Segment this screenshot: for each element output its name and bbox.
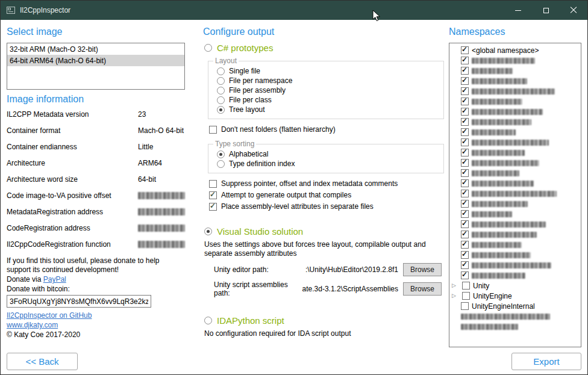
namespace-item[interactable]: [451, 240, 580, 250]
namespace-item[interactable]: [451, 137, 580, 147]
browse-editor-button[interactable]: Browse: [403, 263, 442, 276]
github-link[interactable]: Il2CppInspector on GitHub: [7, 311, 92, 320]
paypal-link[interactable]: PayPal: [43, 275, 66, 284]
namespace-checkbox[interactable]: [461, 231, 469, 238]
website-link[interactable]: www.djkaty.com: [7, 321, 58, 329]
namespace-checkbox[interactable]: [461, 179, 469, 187]
namespace-checkbox[interactable]: [461, 302, 469, 310]
namespace-item[interactable]: UnityEngineInternal: [451, 301, 580, 311]
radio-option[interactable]: File per namespace: [217, 76, 439, 85]
namespace-checkbox[interactable]: [461, 159, 469, 167]
namespace-item[interactable]: [451, 86, 580, 96]
namespace-item[interactable]: [451, 117, 580, 127]
redacted-namespace: [472, 262, 551, 268]
redacted-value: [138, 225, 185, 232]
namespace-item[interactable]: [451, 168, 580, 178]
namespace-list[interactable]: <global namespace>▷Unity▷UnityEngineUnit…: [449, 43, 581, 347]
namespace-checkbox[interactable]: [461, 46, 469, 54]
redacted-namespace: [472, 181, 534, 187]
namespace-item[interactable]: [451, 219, 580, 229]
info-label: Il2CppCodeRegistration function: [7, 240, 138, 249]
attributes-checkbox-row[interactable]: Place assembly-level attributes in separ…: [209, 202, 445, 211]
namespace-item[interactable]: ▷UnityEngine: [451, 291, 580, 301]
namespace-item[interactable]: [451, 311, 580, 321]
expander-icon[interactable]: ▷: [452, 293, 459, 299]
image-listbox[interactable]: 32-bit ARM (Mach-O 32-bit)64-bit ARM64 (…: [7, 43, 185, 90]
bitcoin-address-input[interactable]: [7, 295, 151, 308]
namespace-item[interactable]: ▷Unity: [451, 280, 580, 291]
info-label: IL2CPP Metadata version: [7, 110, 138, 119]
namespace-item[interactable]: [451, 158, 580, 168]
namespace-checkbox[interactable]: [461, 190, 469, 197]
namespace-checkbox[interactable]: [462, 282, 470, 290]
namespace-checkbox[interactable]: [461, 200, 469, 208]
radio-option[interactable]: Tree layout: [217, 105, 439, 114]
minimize-button[interactable]: [504, 1, 532, 20]
radio-option[interactable]: File per class: [217, 96, 439, 104]
namespace-item[interactable]: [451, 127, 580, 137]
namespace-item[interactable]: [451, 55, 580, 66]
namespace-item[interactable]: [451, 229, 580, 240]
radio-icon: [204, 317, 212, 324]
info-row: Architecture word size64-bit: [7, 175, 185, 184]
visual-studio-radio[interactable]: Visual Studio solution: [204, 226, 445, 237]
back-button[interactable]: << Back: [7, 353, 78, 370]
namespace-item[interactable]: [451, 250, 580, 260]
donate-bitcoin-label: Donate with bitcoin:: [7, 284, 185, 294]
namespace-checkbox[interactable]: [461, 67, 469, 75]
namespace-item[interactable]: [451, 209, 580, 219]
radio-icon: [217, 150, 225, 158]
namespace-item[interactable]: [451, 321, 580, 332]
namespace-item[interactable]: [451, 76, 580, 86]
radio-option[interactable]: Alphabetical: [217, 150, 439, 158]
idapython-radio[interactable]: IDAPython script: [204, 315, 445, 326]
namespace-checkbox[interactable]: [461, 241, 469, 249]
namespace-item[interactable]: [451, 96, 580, 107]
close-button[interactable]: [560, 1, 587, 20]
namespace-checkbox[interactable]: [461, 138, 469, 146]
namespace-item[interactable]: [451, 147, 580, 158]
radio-option[interactable]: File per assembly: [217, 86, 439, 95]
expander-icon[interactable]: ▷: [452, 283, 459, 288]
idapython-label: IDAPython script: [217, 315, 284, 326]
namespace-item[interactable]: [451, 260, 580, 270]
namespace-checkbox[interactable]: [461, 220, 469, 228]
flatten-checkbox-row[interactable]: Don't nest folders (flatten hierarchy): [209, 125, 445, 134]
namespace-checkbox[interactable]: [461, 108, 469, 116]
namespace-item[interactable]: [451, 107, 580, 117]
compiles-checkbox-row[interactable]: Attempt to generate output that compiles: [209, 191, 445, 199]
redacted-namespace: [472, 160, 539, 166]
image-list-item[interactable]: 64-bit ARM64 (Mach-O 64-bit): [7, 55, 184, 66]
namespace-item[interactable]: [451, 270, 580, 280]
namespace-item[interactable]: <global namespace>: [451, 45, 580, 55]
radio-option[interactable]: Single file: [217, 67, 439, 75]
namespace-checkbox[interactable]: [461, 87, 469, 95]
namespace-checkbox[interactable]: [461, 57, 469, 64]
namespace-checkbox[interactable]: [461, 251, 469, 259]
export-button[interactable]: Export: [511, 353, 581, 370]
namespace-checkbox[interactable]: [461, 98, 469, 105]
namespace-checkbox[interactable]: [461, 271, 469, 279]
namespace-checkbox[interactable]: [461, 149, 469, 157]
namespaces-heading: Namespaces: [449, 26, 581, 37]
namespace-item[interactable]: [451, 178, 580, 188]
namespace-checkbox[interactable]: [461, 169, 469, 177]
namespace-checkbox[interactable]: [461, 261, 469, 269]
namespace-checkbox[interactable]: [462, 292, 470, 300]
maximize-button[interactable]: [532, 1, 560, 20]
unity-assemblies-path-value: ate.3d-3.1.2\ScriptAssemblies: [302, 285, 398, 293]
namespace-item[interactable]: [451, 199, 580, 209]
namespace-item[interactable]: [451, 66, 580, 76]
namespace-checkbox[interactable]: [461, 118, 469, 126]
namespace-checkbox[interactable]: [461, 128, 469, 136]
namespace-checkbox[interactable]: [461, 77, 469, 85]
info-value: ARM64: [138, 159, 162, 167]
namespace-checkbox[interactable]: [461, 210, 469, 218]
namespace-item[interactable]: [451, 188, 580, 199]
info-value: 64-bit: [138, 175, 156, 184]
image-list-item[interactable]: 32-bit ARM (Mach-O 32-bit): [7, 43, 184, 55]
radio-option[interactable]: Type definition index: [217, 160, 439, 168]
browse-assemblies-button[interactable]: Browse: [403, 282, 442, 296]
csharp-prototypes-radio[interactable]: C# prototypes: [204, 43, 445, 53]
suppress-checkbox-row[interactable]: Suppress pointer, offset and index metad…: [209, 179, 445, 188]
